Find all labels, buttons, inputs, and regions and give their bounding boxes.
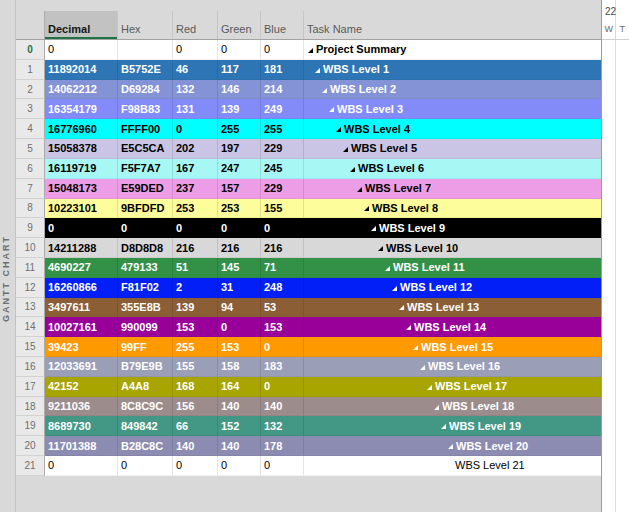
cell-task-name[interactable]: WBS Level 18 [304,397,601,417]
cell-red[interactable]: 216 [173,238,218,258]
cell-blue[interactable]: 53 [261,298,304,318]
column-header-hex[interactable]: Hex [118,11,173,39]
collapse-triangle-icon[interactable] [308,48,313,53]
cell-hex[interactable]: B28C8C [118,436,173,456]
cell-green[interactable]: 197 [218,139,261,159]
column-header-green[interactable]: Green [218,11,261,39]
row-number[interactable]: 3 [16,99,45,119]
cell-red[interactable]: 66 [173,416,218,436]
collapse-triangle-icon[interactable] [392,286,397,291]
cell-green[interactable]: 0 [218,456,261,476]
cell-red[interactable]: 237 [173,179,218,199]
cell-red[interactable]: 0 [173,40,218,60]
collapse-triangle-icon[interactable] [343,147,348,152]
cell-task-name[interactable]: WBS Level 19 [304,416,601,436]
collapse-triangle-icon[interactable] [364,206,369,211]
cell-blue[interactable]: 140 [261,397,304,417]
row-number[interactable]: 10 [16,238,45,258]
cell-blue[interactable]: 248 [261,278,304,298]
cell-hex[interactable]: FFFF00 [118,119,173,139]
cell-red[interactable]: 140 [173,436,218,456]
cell-blue[interactable]: 216 [261,238,304,258]
cell-red[interactable]: 202 [173,139,218,159]
collapse-triangle-icon[interactable] [427,385,432,390]
cell-task-name[interactable]: WBS Level 14 [304,317,601,337]
row-number[interactable]: 12 [16,278,45,298]
row-number[interactable]: 13 [16,298,45,318]
row-number[interactable]: 18 [16,397,45,417]
collapse-triangle-icon[interactable] [378,246,383,251]
cell-decimal[interactable]: 8689730 [45,416,118,436]
collapse-triangle-icon[interactable] [329,107,334,112]
cell-decimal[interactable]: 3497611 [45,298,118,318]
row-number[interactable]: 11 [16,258,45,278]
cell-green[interactable]: 157 [218,179,261,199]
row-number[interactable]: 19 [16,416,45,436]
cell-blue[interactable]: 181 [261,60,304,80]
cell-blue[interactable]: 0 [261,218,304,238]
cell-task-name[interactable]: WBS Level 16 [304,357,601,377]
cell-hex[interactable]: 99FF [118,337,173,357]
cell-blue[interactable]: 153 [261,317,304,337]
cell-decimal[interactable]: 14211288 [45,238,118,258]
view-bar[interactable]: GANTT CHART [0,0,16,512]
row-number[interactable]: 0 [16,40,45,60]
cell-red[interactable]: 51 [173,258,218,278]
cell-blue[interactable]: 0 [261,337,304,357]
cell-blue[interactable]: 249 [261,99,304,119]
cell-blue[interactable]: 229 [261,179,304,199]
cell-task-name[interactable]: WBS Level 10 [304,238,601,258]
cell-hex[interactable]: 990099 [118,317,173,337]
row-number[interactable]: 16 [16,357,45,377]
cell-hex[interactable]: D8D8D8 [118,238,173,258]
cell-task-name[interactable]: WBS Level 1 [304,60,601,80]
cell-red[interactable]: 153 [173,317,218,337]
column-header-decimal[interactable]: Decimal [45,11,118,39]
cell-blue[interactable]: 132 [261,416,304,436]
row-number[interactable]: 8 [16,199,45,219]
row-number[interactable]: 17 [16,377,45,397]
cell-task-name[interactable]: WBS Level 9 [304,218,601,238]
collapse-triangle-icon[interactable] [420,365,425,370]
cell-green[interactable]: 216 [218,238,261,258]
cell-green[interactable]: 0 [218,317,261,337]
cell-hex[interactable]: E5C5CA [118,139,173,159]
cell-hex[interactable]: B5752E [118,60,173,80]
cell-red[interactable]: 168 [173,377,218,397]
collapse-triangle-icon[interactable] [371,226,376,231]
cell-hex[interactable]: 0 [118,456,173,476]
collapse-triangle-icon[interactable] [315,68,320,73]
cell-red[interactable]: 0 [173,218,218,238]
row-number[interactable]: 15 [16,337,45,357]
cell-hex[interactable]: 8C8C9C [118,397,173,417]
cell-hex[interactable]: 0 [118,218,173,238]
cell-hex[interactable]: D69284 [118,80,173,100]
column-header-red[interactable]: Red [173,11,218,39]
cell-task-name[interactable]: WBS Level 20 [304,436,601,456]
collapse-triangle-icon[interactable] [434,405,439,410]
column-header-task-name[interactable]: Task Name [304,11,601,39]
cell-red[interactable]: 2 [173,278,218,298]
cell-red[interactable]: 139 [173,298,218,318]
gantt-timeline[interactable]: 22 W T [601,0,629,512]
cell-red[interactable]: 0 [173,456,218,476]
row-number[interactable]: 9 [16,218,45,238]
collapse-triangle-icon[interactable] [399,305,404,310]
collapse-triangle-icon[interactable] [448,444,453,449]
cell-red[interactable]: 167 [173,159,218,179]
cell-green[interactable]: 255 [218,119,261,139]
cell-decimal[interactable]: 0 [45,456,118,476]
cell-decimal[interactable]: 14062212 [45,80,118,100]
cell-hex[interactable]: 355E8B [118,298,173,318]
cell-green[interactable]: 0 [218,218,261,238]
cell-green[interactable]: 145 [218,258,261,278]
cell-blue[interactable]: 71 [261,258,304,278]
cell-green[interactable]: 31 [218,278,261,298]
cell-decimal[interactable]: 0 [45,40,118,60]
cell-decimal[interactable]: 10223101 [45,199,118,219]
cell-task-name[interactable]: WBS Level 17 [304,377,601,397]
cell-red[interactable]: 46 [173,60,218,80]
cell-task-name[interactable]: WBS Level 12 [304,278,601,298]
row-number[interactable]: 5 [16,139,45,159]
cell-blue[interactable]: 229 [261,139,304,159]
